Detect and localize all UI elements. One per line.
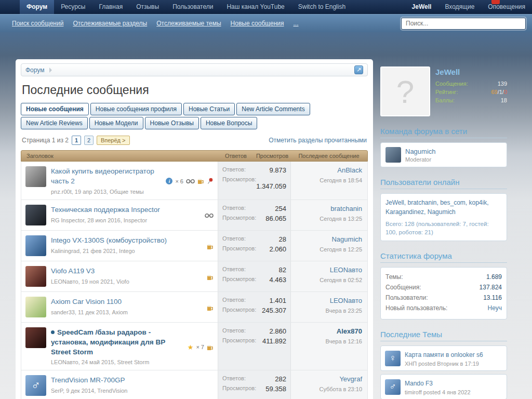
- inbox-menu[interactable]: Входящие: [438, 0, 481, 14]
- subnav-search-messages[interactable]: Поиск сообщений: [7, 18, 68, 29]
- alerts-menu[interactable]: Оповещения: [481, 0, 532, 14]
- nav-item-home[interactable]: Главная: [92, 0, 129, 14]
- last-date[interactable]: Суббота в 23:10: [296, 386, 362, 392]
- table-row: Intego VX-1300S (комбоустройство) Kalini…: [21, 231, 368, 261]
- thread-cell: Viofo A119 V3 LEONавто, 19 ноя 2021, Vio…: [21, 261, 218, 291]
- user-avatar[interactable]: ?: [380, 66, 430, 116]
- last-user-link[interactable]: LEONавто: [330, 266, 362, 274]
- online-total: Всего: 128 (пользователей: 7, гостей: 10…: [385, 220, 502, 236]
- last-date[interactable]: Сегодня в 18:54: [296, 177, 362, 183]
- thread-title-link[interactable]: Какой купить видеорегистратор часть 2: [51, 167, 154, 185]
- last-user-link[interactable]: bratchanin: [330, 205, 362, 212]
- header-title: Заголовок: [21, 153, 218, 159]
- subnav-watched-forums[interactable]: Отслеживаемые разделы: [68, 18, 152, 29]
- last-date[interactable]: Вчера в 12:16: [296, 338, 362, 344]
- star-icon: ★: [188, 343, 194, 351]
- views-value: 1.347.059: [256, 182, 286, 190]
- nav-item-switch-english[interactable]: Switch to English: [291, 0, 352, 14]
- last-user-link[interactable]: Yevgraf: [339, 375, 362, 383]
- nav-item-users[interactable]: Пользователи: [166, 0, 220, 14]
- mark-read-link[interactable]: Отметить разделы прочитанными: [269, 137, 367, 144]
- avatar[interactable]: [25, 205, 46, 225]
- last-user-link[interactable]: LEONавто: [330, 297, 362, 304]
- rating-value[interactable]: 69/1/0: [491, 89, 507, 95]
- tab-new-questions[interactable]: Новые Вопросы: [201, 117, 258, 129]
- stat-row: Новый пользователь: Неуч: [385, 304, 502, 312]
- visitor-panel: ? JeWell Сообщения: 139 Рейтинг: 69/1/0 …: [380, 66, 507, 116]
- header-replies: Ответов: [218, 153, 254, 159]
- thread-title-link[interactable]: Intego VX-1300S (комбоустройство): [51, 236, 167, 244]
- last-date[interactable]: Сегодня в 13:25: [296, 216, 362, 222]
- thread-title-link[interactable]: SpeedCam /базы радаров - установка, моди…: [51, 328, 165, 356]
- thread-text: Viofo A119 V3 LEONавто, 19 ноя 2021, Vio…: [51, 266, 202, 287]
- last-user-link[interactable]: Nagumich: [331, 235, 362, 243]
- avatar[interactable]: [25, 327, 46, 348]
- next-page-button[interactable]: Вперёд >: [97, 136, 130, 145]
- content-tabs: Новые сообщения Новые сообщения профиля …: [21, 103, 343, 129]
- messages-value[interactable]: 139: [498, 81, 507, 87]
- mug-icon: [207, 344, 214, 351]
- table-row: Axiom Car Vision 1100 sander33, 11 дек 2…: [21, 292, 368, 323]
- sidebar: ? JeWell Сообщения: 139 Рейтинг: 69/1/0 …: [380, 59, 507, 399]
- last-user-link[interactable]: AnBlack: [337, 166, 362, 174]
- latest-thread-meta: timiroff posted 4 янв 2022: [405, 389, 471, 395]
- thread-title-link[interactable]: Viofo A119 V3: [51, 267, 95, 275]
- tab-new-models[interactable]: Новые Модели: [89, 117, 143, 129]
- avatar[interactable]: [25, 297, 46, 317]
- breadcrumb-forum-link[interactable]: Форум: [25, 66, 44, 74]
- replies-value: 1.401: [269, 297, 286, 304]
- tab-new-profile-posts[interactable]: Новые сообщения профиля: [90, 103, 182, 115]
- replies-label: Ответов:: [222, 235, 246, 243]
- thread-meta: pnz.r00t, 19 апр 2013, Общие темы: [51, 189, 161, 195]
- avatar[interactable]: [25, 235, 46, 256]
- search-input[interactable]: [401, 18, 526, 30]
- last-user-link[interactable]: Alex870: [337, 327, 362, 335]
- page-button-1[interactable]: 1: [72, 136, 81, 145]
- subnav-more[interactable]: ...: [289, 18, 303, 29]
- user-name-link[interactable]: JeWell: [435, 68, 507, 76]
- rating-negative: 0: [504, 89, 507, 95]
- subnav-new-messages[interactable]: Новые сообщения: [226, 18, 289, 29]
- tab-new-reviews[interactable]: Новые Отзывы: [145, 117, 199, 129]
- latest-thread-link[interactable]: Карта памяти в onlooker s6: [405, 351, 483, 358]
- avatar[interactable]: [25, 266, 46, 287]
- nav-item-resources[interactable]: Ресурсы: [54, 0, 92, 14]
- latest-thread-item[interactable]: ♂ Mando F3 timiroff posted 4 янв 2022: [380, 374, 507, 399]
- tab-new-article-reviews[interactable]: New Article Reviews: [21, 117, 88, 129]
- nav-item-youtube[interactable]: Наш канал YouTube: [220, 0, 291, 14]
- staff-avatar[interactable]: [385, 147, 401, 163]
- nav-item-forum[interactable]: Форум: [20, 0, 54, 14]
- points-value[interactable]: 18: [501, 97, 507, 103]
- page-background: Форум ↗ Последние сообщения Новые сообще…: [0, 32, 532, 399]
- thread-title-link[interactable]: TrendVision MR-700GP: [51, 376, 125, 384]
- tab-new-messages[interactable]: Новые сообщения: [21, 103, 89, 115]
- thread-text: Какой купить видеорегистратор часть 2 pn…: [51, 166, 161, 195]
- tab-new-article-comments[interactable]: New Article Comments: [236, 103, 310, 115]
- page-button-2[interactable]: 2: [84, 136, 94, 145]
- tab-new-articles[interactable]: Новые Статьи: [183, 103, 235, 115]
- alert-badge[interactable]: [491, 0, 500, 4]
- views-label: Просмотров:: [222, 337, 256, 345]
- avatar[interactable]: [25, 166, 46, 187]
- latest-thread-link[interactable]: Mando F3: [405, 380, 433, 387]
- thread-title-link[interactable]: Техническая поддержка Inspector: [51, 206, 160, 214]
- user-points: Баллы: 18: [435, 97, 507, 103]
- account-menu[interactable]: JeWell: [405, 0, 438, 14]
- last-date[interactable]: Сегодня в 02:52: [296, 277, 362, 283]
- info-icon[interactable]: i: [166, 178, 172, 184]
- mug-icon: [207, 274, 214, 281]
- subnav-watched-threads[interactable]: Отслеживаемые темы: [152, 18, 225, 29]
- last-date[interactable]: Сегодня в 12:25: [296, 246, 362, 252]
- newest-member-link[interactable]: Неуч: [488, 304, 502, 312]
- table-row: ♂ TrendVision MR-700GP SerP, 9 дек 2014,…: [21, 370, 368, 399]
- thread-title-link[interactable]: Axiom Car Vision 1100: [51, 298, 122, 305]
- online-users-list[interactable]: JeWell, bratchanin, bes_com, kop4ik, Kar…: [385, 198, 502, 217]
- last-date[interactable]: Вчера в 23:25: [296, 308, 362, 314]
- latest-thread-item[interactable]: ♀ Карта памяти в onlooker s6 ХНП posted …: [380, 345, 507, 371]
- share-icon[interactable]: ↗: [354, 65, 363, 74]
- replies-label: Ответов:: [222, 327, 246, 335]
- staff-member-link[interactable]: Nagumich: [405, 148, 436, 155]
- avatar-male-icon[interactable]: ♂: [25, 375, 46, 396]
- nav-item-reviews[interactable]: Отзывы: [129, 0, 166, 14]
- latest-thread-text: Mando F3 timiroff posted 4 янв 2022: [405, 378, 471, 395]
